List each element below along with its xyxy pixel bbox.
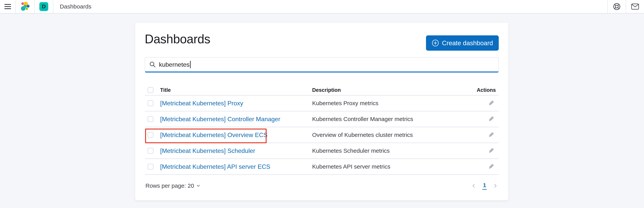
search-input[interactable]: kubernetes [145,57,499,72]
newsfeed-button[interactable] [626,0,644,13]
plus-circle-icon [432,39,439,47]
elastic-logo-icon [20,2,30,12]
pencil-icon [488,116,494,123]
row-checkbox[interactable] [148,164,154,169]
dashboard-description: Kubernetes Scheduler metrics [312,148,472,154]
dashboard-description: Kubernetes Controller Manager metrics [312,116,472,122]
pencil-icon [488,147,494,154]
chevron-right-icon [493,183,498,188]
dashboard-description: Kubernetes Proxy metrics [312,100,472,107]
page-body: Dashboards Create dashboard [0,23,644,200]
page-title: Dashboards [145,32,210,46]
row-checkbox[interactable] [148,148,154,154]
rows-per-page-button[interactable]: Rows per page: 20 [145,181,201,190]
next-page-button[interactable] [492,183,498,189]
row-checkbox[interactable] [148,116,154,122]
space-badge[interactable]: D [39,2,48,11]
dashboard-title-link[interactable]: [Metricbeat Kubernetes] Scheduler [160,147,312,154]
chevron-down-icon [196,184,200,188]
column-header-actions: Actions [472,87,499,93]
top-bar: D Dashboards [0,0,644,14]
table-header-row: Title Description Actions [145,85,499,95]
previous-page-button[interactable] [471,183,477,189]
pencil-icon [488,132,494,138]
dashboard-description: Overview of Kubernetes cluster metrics [312,132,472,138]
table-body: [Metricbeat Kubernetes] Proxy Kubernetes… [145,95,499,175]
mail-envelope-icon [631,4,639,10]
breadcrumb: Dashboards [53,0,92,13]
elastic-logo[interactable] [16,0,35,13]
row-checkbox[interactable] [148,132,154,138]
pencil-icon [488,100,494,107]
edit-dashboard-button[interactable] [487,99,495,108]
table-row: [Metricbeat Kubernetes] Overview ECS Ove… [145,127,499,143]
pagination: 1 [471,182,499,190]
pencil-icon [488,163,494,170]
page-number-1[interactable]: 1 [482,182,487,190]
help-lifebuoy-icon [613,3,621,11]
dashboard-title-link[interactable]: [Metricbeat Kubernetes] Overview ECS [160,132,312,139]
edit-dashboard-button[interactable] [487,115,495,123]
topbar-spacer [92,0,608,13]
menu-button[interactable] [0,0,16,13]
chevron-left-icon [472,183,476,188]
dashboard-title-link[interactable]: [Metricbeat Kubernetes] API server ECS [160,163,312,170]
dashboards-table: Title Description Actions [Metricbeat Ku… [145,85,499,175]
dashboard-title-link[interactable]: [Metricbeat Kubernetes] Proxy [160,100,312,107]
dashboards-panel: Dashboards Create dashboard [135,23,508,200]
dashboard-title-link[interactable]: [Metricbeat Kubernetes] Controller Manag… [160,116,312,123]
column-header-description: Description [312,87,472,93]
create-dashboard-button[interactable]: Create dashboard [426,35,499,51]
table-footer: Rows per page: 20 1 [145,181,499,190]
edit-dashboard-button[interactable] [487,131,495,139]
space-switcher[interactable]: D [35,0,53,13]
rows-per-page-label: Rows per page: 20 [146,182,194,189]
dashboard-description: Kubernetes API server metrics [312,163,472,170]
text-caret [190,61,190,68]
search-icon [149,61,156,68]
create-dashboard-label: Create dashboard [442,39,493,47]
row-checkbox[interactable] [148,100,154,106]
edit-dashboard-button[interactable] [487,147,495,155]
table-row: [Metricbeat Kubernetes] Proxy Kubernetes… [145,95,499,111]
hamburger-icon [4,4,11,10]
edit-dashboard-button[interactable] [487,162,495,171]
search-value: kubernetes [159,61,190,68]
select-all-checkbox[interactable] [148,87,154,93]
table-row: [Metricbeat Kubernetes] Controller Manag… [145,111,499,127]
column-header-title: Title [160,87,312,93]
table-row: [Metricbeat Kubernetes] Scheduler Kubern… [145,143,499,159]
help-button[interactable] [608,0,626,13]
table-row: [Metricbeat Kubernetes] API server ECS K… [145,159,499,175]
